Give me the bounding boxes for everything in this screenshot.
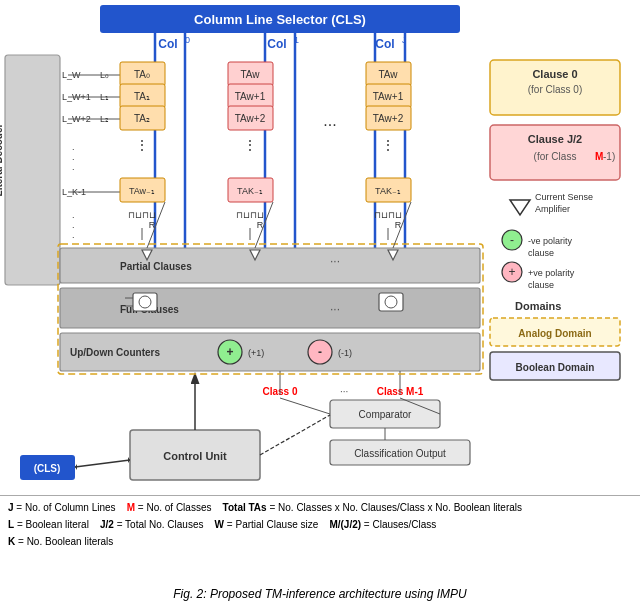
svg-text:⋮: ⋮: [381, 137, 395, 153]
svg-text:·: ·: [72, 232, 75, 242]
svg-text:⊓⊔⊓⊔: ⊓⊔⊓⊔: [128, 210, 156, 220]
main-container: Clause 0 (for Class 0) Clause J/2 (for C…: [0, 0, 640, 608]
svg-text:···: ···: [330, 302, 340, 316]
svg-text:clause: clause: [528, 280, 554, 290]
svg-text:(for Class 0): (for Class 0): [528, 84, 582, 95]
legend-total-tas: Total TAs = No. Classes x No. Clauses/Cl…: [223, 502, 522, 513]
svg-text:Col: Col: [267, 37, 286, 51]
svg-text:···: ···: [330, 254, 340, 268]
svg-text:⊓⊔⊓⊔: ⊓⊔⊓⊔: [374, 210, 402, 220]
svg-text:-: -: [318, 345, 322, 359]
svg-text:TAK₋₁: TAK₋₁: [237, 186, 263, 196]
svg-text:+: +: [508, 265, 515, 279]
svg-text:TA₁: TA₁: [134, 91, 150, 102]
svg-text:Col: Col: [375, 37, 394, 51]
legend-J: J = No. of Column Lines: [8, 502, 124, 513]
svg-text:(+1): (+1): [248, 348, 264, 358]
svg-text:Literal Decoder: Literal Decoder: [0, 123, 4, 196]
svg-text:Col: Col: [158, 37, 177, 51]
svg-text:···: ···: [323, 116, 336, 133]
svg-text:(CLS): (CLS): [34, 463, 61, 474]
svg-text:-1): -1): [603, 151, 615, 162]
architecture-diagram: Clause 0 (for Class 0) Clause J/2 (for C…: [0, 0, 640, 530]
svg-text:TAw: TAw: [240, 69, 260, 80]
legend-J2: J/2 = Total No. Clauses: [100, 519, 212, 530]
svg-text:TAw: TAw: [378, 69, 398, 80]
svg-text:Boolean Domain: Boolean Domain: [516, 362, 595, 373]
legend-K: K = No. Boolean literals: [8, 536, 113, 547]
svg-text:Domains: Domains: [515, 300, 561, 312]
legend-M: M: [127, 502, 135, 513]
svg-text:+: +: [226, 345, 233, 359]
svg-text:TAw+2: TAw+2: [373, 113, 404, 124]
svg-text:Amplifier: Amplifier: [535, 204, 570, 214]
svg-text:·: ·: [72, 164, 75, 174]
svg-text:·: ·: [72, 212, 75, 222]
svg-text:(-1): (-1): [338, 348, 352, 358]
svg-rect-39: [5, 55, 60, 285]
svg-text:Clause 0: Clause 0: [532, 68, 577, 80]
legend-section: J = No. of Column Lines M = No. of Class…: [0, 495, 640, 553]
legend-W: W = Partial Clause size: [215, 519, 327, 530]
svg-text:(for Class: (for Class: [534, 151, 577, 162]
svg-text:TAw+2: TAw+2: [235, 113, 266, 124]
svg-text:TAw₋₁: TAw₋₁: [129, 186, 155, 196]
svg-text:TAw+1: TAw+1: [235, 91, 266, 102]
svg-text:·: ·: [72, 144, 75, 154]
svg-text:Control Unit: Control Unit: [163, 450, 227, 462]
svg-text:Comparator: Comparator: [359, 409, 412, 420]
svg-text:TAw+1: TAw+1: [373, 91, 404, 102]
svg-text:TA₂: TA₂: [134, 113, 150, 124]
svg-text:⋮: ⋮: [135, 137, 149, 153]
svg-text:Current Sense: Current Sense: [535, 192, 593, 202]
svg-text:TA₀: TA₀: [134, 69, 150, 80]
caption-text: Fig. 2: Proposed TM-inference architectu…: [173, 587, 466, 601]
svg-text:Column Line Selector (CLS): Column Line Selector (CLS): [194, 12, 366, 27]
svg-text:-: -: [510, 233, 514, 247]
svg-text:·: ·: [72, 222, 75, 232]
svg-text:Partial Clauses: Partial Clauses: [120, 261, 192, 272]
svg-text:·: ·: [72, 154, 75, 164]
svg-text:⋮: ⋮: [243, 137, 257, 153]
legend-L: L = Boolean literal: [8, 519, 97, 530]
svg-text:Clause J/2: Clause J/2: [528, 133, 582, 145]
legend-M-text: = No. of Classes: [138, 502, 220, 513]
svg-text:Up/Down Counters: Up/Down Counters: [70, 347, 160, 358]
svg-text:clause: clause: [528, 248, 554, 258]
figure-caption: Fig. 2: Proposed TM-inference architectu…: [0, 585, 640, 603]
svg-text:Analog Domain: Analog Domain: [518, 328, 591, 339]
svg-text:···: ···: [340, 386, 348, 397]
legend-MJ2: M/(J/2) = Clauses/Class: [329, 519, 436, 530]
svg-text:⊓⊔⊓⊔: ⊓⊔⊓⊔: [236, 210, 264, 220]
svg-text:-ve polarity: -ve polarity: [528, 236, 573, 246]
svg-text:+ve polarity: +ve polarity: [528, 268, 575, 278]
svg-text:TAK₋₁: TAK₋₁: [375, 186, 401, 196]
svg-text:Classification Output: Classification Output: [354, 448, 446, 459]
